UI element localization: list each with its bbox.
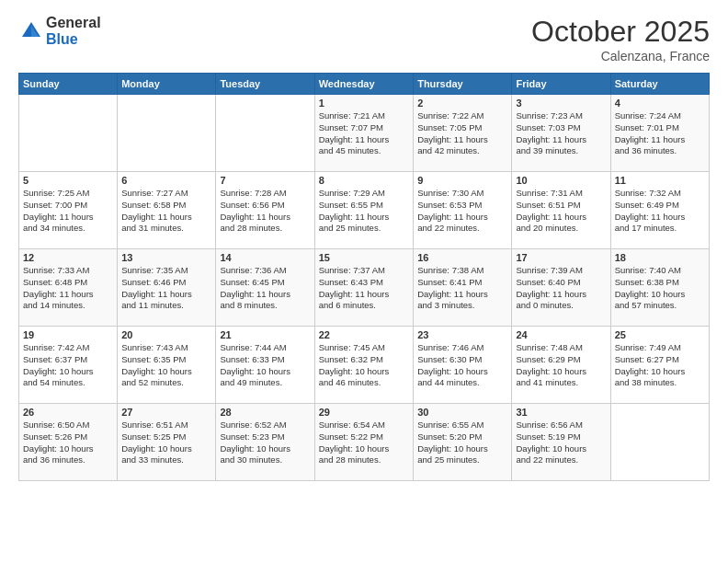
day-number: 18 (615, 252, 705, 263)
day-info: Sunrise: 7:25 AMSunset: 7:00 PMDaylight:… (23, 188, 113, 235)
table-row: 31Sunrise: 6:56 AMSunset: 5:19 PMDayligh… (512, 404, 610, 481)
calendar-week-3: 12Sunrise: 7:33 AMSunset: 6:48 PMDayligh… (19, 249, 710, 327)
day-info: Sunrise: 7:22 AMSunset: 7:05 PMDaylight:… (417, 110, 507, 157)
day-info: Sunrise: 6:54 AMSunset: 5:22 PMDaylight:… (319, 419, 409, 466)
logo-general-text: General (46, 15, 101, 31)
table-row: 8Sunrise: 7:29 AMSunset: 6:55 PMDaylight… (314, 172, 413, 249)
table-row: 14Sunrise: 7:36 AMSunset: 6:45 PMDayligh… (216, 249, 314, 327)
table-row: 15Sunrise: 7:37 AMSunset: 6:43 PMDayligh… (314, 249, 413, 327)
day-info: Sunrise: 7:24 AMSunset: 7:01 PMDaylight:… (615, 110, 705, 157)
table-row: 19Sunrise: 7:42 AMSunset: 6:37 PMDayligh… (19, 327, 118, 404)
table-row: 27Sunrise: 6:51 AMSunset: 5:25 PMDayligh… (118, 404, 216, 481)
page: General Blue October 2025 Calenzana, Fra… (0, 0, 728, 563)
day-info: Sunrise: 6:52 AMSunset: 5:23 PMDaylight:… (220, 419, 310, 466)
day-number: 8 (319, 175, 409, 186)
table-row: 24Sunrise: 7:48 AMSunset: 6:29 PMDayligh… (512, 327, 610, 404)
day-info: Sunrise: 7:46 AMSunset: 6:30 PMDaylight:… (417, 342, 507, 389)
title-section: October 2025 Calenzana, France (531, 15, 710, 63)
day-info: Sunrise: 7:33 AMSunset: 6:48 PMDaylight:… (23, 265, 113, 312)
day-info: Sunrise: 6:50 AMSunset: 5:26 PMDaylight:… (23, 419, 113, 466)
day-number: 25 (615, 329, 705, 340)
day-number: 24 (516, 329, 606, 340)
table-row: 21Sunrise: 7:44 AMSunset: 6:33 PMDayligh… (216, 327, 314, 404)
day-info: Sunrise: 7:31 AMSunset: 6:51 PMDaylight:… (516, 188, 606, 235)
day-number: 23 (417, 329, 507, 340)
day-number: 3 (516, 98, 606, 109)
day-number: 26 (23, 407, 113, 418)
table-row: 1Sunrise: 7:21 AMSunset: 7:07 PMDaylight… (314, 95, 413, 172)
day-info: Sunrise: 7:48 AMSunset: 6:29 PMDaylight:… (516, 342, 606, 389)
day-info: Sunrise: 7:35 AMSunset: 6:46 PMDaylight:… (121, 265, 211, 312)
table-row: 30Sunrise: 6:55 AMSunset: 5:20 PMDayligh… (414, 404, 512, 481)
table-row: 12Sunrise: 7:33 AMSunset: 6:48 PMDayligh… (19, 249, 118, 327)
day-info: Sunrise: 7:42 AMSunset: 6:37 PMDaylight:… (23, 342, 113, 389)
table-row: 5Sunrise: 7:25 AMSunset: 7:00 PMDaylight… (19, 172, 118, 249)
table-row: 16Sunrise: 7:38 AMSunset: 6:41 PMDayligh… (414, 249, 512, 327)
table-row: 4Sunrise: 7:24 AMSunset: 7:01 PMDaylight… (610, 95, 709, 172)
day-info: Sunrise: 7:32 AMSunset: 6:49 PMDaylight:… (615, 188, 705, 235)
logo-text: General Blue (46, 15, 101, 47)
day-number: 27 (121, 407, 211, 418)
day-info: Sunrise: 7:38 AMSunset: 6:41 PMDaylight:… (417, 265, 507, 312)
day-info: Sunrise: 7:23 AMSunset: 7:03 PMDaylight:… (516, 110, 606, 157)
day-number: 17 (516, 252, 606, 263)
table-row: 11Sunrise: 7:32 AMSunset: 6:49 PMDayligh… (610, 172, 709, 249)
col-wednesday: Wednesday (314, 74, 413, 95)
table-row: 22Sunrise: 7:45 AMSunset: 6:32 PMDayligh… (314, 327, 413, 404)
day-number: 7 (220, 175, 310, 186)
col-tuesday: Tuesday (216, 74, 314, 95)
day-number: 21 (220, 329, 310, 340)
day-number: 30 (417, 407, 507, 418)
day-info: Sunrise: 6:56 AMSunset: 5:19 PMDaylight:… (516, 419, 606, 466)
day-number: 31 (516, 407, 606, 418)
table-row: 3Sunrise: 7:23 AMSunset: 7:03 PMDaylight… (512, 95, 610, 172)
day-info: Sunrise: 7:49 AMSunset: 6:27 PMDaylight:… (615, 342, 705, 389)
day-info: Sunrise: 7:43 AMSunset: 6:35 PMDaylight:… (121, 342, 211, 389)
col-monday: Monday (118, 74, 216, 95)
header: General Blue October 2025 Calenzana, Fra… (18, 15, 710, 63)
table-row: 10Sunrise: 7:31 AMSunset: 6:51 PMDayligh… (512, 172, 610, 249)
table-row: 29Sunrise: 6:54 AMSunset: 5:22 PMDayligh… (314, 404, 413, 481)
calendar-week-4: 19Sunrise: 7:42 AMSunset: 6:37 PMDayligh… (19, 327, 710, 404)
day-number: 9 (417, 175, 507, 186)
table-row: 17Sunrise: 7:39 AMSunset: 6:40 PMDayligh… (512, 249, 610, 327)
table-row: 20Sunrise: 7:43 AMSunset: 6:35 PMDayligh… (118, 327, 216, 404)
table-row: 6Sunrise: 7:27 AMSunset: 6:58 PMDaylight… (118, 172, 216, 249)
calendar-header-row: Sunday Monday Tuesday Wednesday Thursday… (19, 74, 710, 95)
day-info: Sunrise: 7:30 AMSunset: 6:53 PMDaylight:… (417, 188, 507, 235)
day-info: Sunrise: 7:39 AMSunset: 6:40 PMDaylight:… (516, 265, 606, 312)
logo-icon (18, 18, 44, 44)
location-title: Calenzana, France (531, 49, 710, 63)
table-row (216, 95, 314, 172)
day-info: Sunrise: 7:36 AMSunset: 6:45 PMDaylight:… (220, 265, 310, 312)
day-info: Sunrise: 7:29 AMSunset: 6:55 PMDaylight:… (319, 188, 409, 235)
col-sunday: Sunday (19, 74, 118, 95)
col-friday: Friday (512, 74, 610, 95)
day-info: Sunrise: 7:27 AMSunset: 6:58 PMDaylight:… (121, 188, 211, 235)
day-number: 15 (319, 252, 409, 263)
day-info: Sunrise: 7:28 AMSunset: 6:56 PMDaylight:… (220, 188, 310, 235)
month-title: October 2025 (531, 15, 710, 49)
logo-blue-text: Blue (46, 31, 101, 48)
col-saturday: Saturday (610, 74, 709, 95)
calendar-week-2: 5Sunrise: 7:25 AMSunset: 7:00 PMDaylight… (19, 172, 710, 249)
calendar-week-1: 1Sunrise: 7:21 AMSunset: 7:07 PMDaylight… (19, 95, 710, 172)
day-number: 1 (319, 98, 409, 109)
day-number: 29 (319, 407, 409, 418)
day-number: 13 (121, 252, 211, 263)
day-number: 19 (23, 329, 113, 340)
logo: General Blue (18, 15, 101, 47)
day-number: 22 (319, 329, 409, 340)
day-number: 20 (121, 329, 211, 340)
table-row: 7Sunrise: 7:28 AMSunset: 6:56 PMDaylight… (216, 172, 314, 249)
day-number: 2 (417, 98, 507, 109)
table-row (19, 95, 118, 172)
day-info: Sunrise: 7:44 AMSunset: 6:33 PMDaylight:… (220, 342, 310, 389)
table-row: 26Sunrise: 6:50 AMSunset: 5:26 PMDayligh… (19, 404, 118, 481)
table-row: 9Sunrise: 7:30 AMSunset: 6:53 PMDaylight… (414, 172, 512, 249)
table-row: 2Sunrise: 7:22 AMSunset: 7:05 PMDaylight… (414, 95, 512, 172)
table-row: 23Sunrise: 7:46 AMSunset: 6:30 PMDayligh… (414, 327, 512, 404)
table-row (118, 95, 216, 172)
day-number: 11 (615, 175, 705, 186)
day-number: 12 (23, 252, 113, 263)
